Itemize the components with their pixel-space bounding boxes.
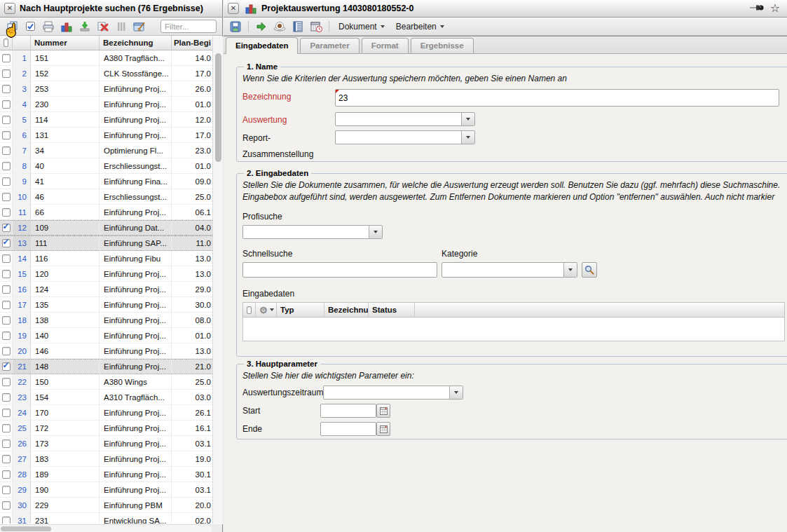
cell-nummer[interactable]: 40 [31,158,100,173]
cell-nummer[interactable]: 229 [31,498,100,512]
cell-plan-beginn[interactable]: 26.0 [172,81,212,96]
cell-bezeichnung[interactable]: A310 Tragfläch... [100,390,172,404]
dropdown-button[interactable] [369,226,382,238]
close-icon[interactable]: ✕ [4,3,15,14]
cell-bezeichnung[interactable]: Einführung Fina... [100,174,172,189]
table-row[interactable]: 734Optimierung Fl...23.0 [0,143,212,158]
row-checkbox[interactable] [2,455,11,463]
row-checkbox-cell[interactable] [0,390,13,404]
table-row[interactable]: 5114Einführung Proj...12.0 [0,112,212,128]
table-row[interactable]: 1046Erschliessungst...25.0 [0,189,212,205]
row-checkbox[interactable] [2,316,11,325]
profisuche-dropdown[interactable] [242,225,383,239]
cell-nummer[interactable]: 116 [31,251,100,266]
cell-nummer[interactable]: 154 [31,390,100,404]
tab-parameter[interactable]: Parameter [300,38,359,53]
cell-plan-beginn[interactable]: 09.0 [172,174,212,189]
row-checkbox-cell[interactable] [0,436,13,451]
row-checkbox-cell[interactable] [0,297,13,312]
row-checkbox[interactable] [2,486,11,494]
row-checkbox-cell[interactable] [0,498,13,512]
row-checkbox[interactable] [2,85,11,93]
cell-bezeichnung[interactable]: Einführung Proj... [100,313,172,327]
cell-nummer[interactable]: 114 [31,112,100,127]
table-row[interactable]: 25172Einführung Proj...16.1 [0,421,212,436]
cell-bezeichnung[interactable]: Einführung Dat... [100,221,172,235]
delete-results-icon[interactable] [95,20,111,34]
cell-nummer[interactable]: 190 [31,482,100,497]
row-checkbox[interactable] [2,270,11,278]
cell-bezeichnung[interactable]: Einführung Proj... [100,451,172,466]
row-checkbox[interactable] [2,177,11,186]
table-row[interactable]: 15120Einführung Proj...13.0 [0,266,212,282]
cell-nummer[interactable]: 146 [31,343,100,358]
row-checkbox[interactable] [2,162,11,170]
row-checkbox[interactable] [2,470,11,479]
cell-plan-beginn[interactable]: 12.0 [172,112,212,127]
ende-calendar-button[interactable] [376,422,390,436]
row-checkbox-cell[interactable] [0,482,13,497]
cell-plan-beginn[interactable]: 19.0 [172,451,212,466]
row-checkbox[interactable] [2,208,11,217]
cell-plan-beginn[interactable]: 17.0 [172,66,212,81]
dropdown-button[interactable] [461,113,474,125]
cell-nummer[interactable]: 124 [31,282,100,296]
dropdown-button[interactable] [461,131,474,144]
row-checkbox[interactable] [2,100,11,109]
row-checkbox-cell[interactable] [0,374,13,389]
row-checkbox-cell[interactable] [0,313,13,327]
cell-bezeichnung[interactable]: Einführung Proj... [100,205,172,219]
cell-bezeichnung[interactable]: Einführung Proj... [100,128,172,142]
row-checkbox-cell[interactable] [0,205,13,219]
cell-bezeichnung[interactable]: Einführung Proj... [100,112,172,127]
table-row[interactable]: 17135Einführung Proj...30.0 [0,297,212,313]
cell-plan-beginn[interactable]: 03.1 [172,436,212,451]
row-checkbox-cell[interactable] [0,360,13,374]
cell-bezeichnung[interactable]: Einführung Proj... [100,97,172,111]
cell-bezeichnung[interactable]: Einführung Proj... [100,467,172,482]
row-checkbox[interactable] [2,254,11,263]
cell-bezeichnung[interactable]: Einführung Proj... [100,405,172,420]
chart-icon[interactable] [59,20,74,34]
cell-nummer[interactable]: 183 [31,451,100,466]
auswertungszeitraum-dropdown[interactable] [323,386,463,400]
row-checkbox-cell[interactable] [0,236,13,250]
cell-plan-beginn[interactable]: 03.0 [172,390,212,404]
cell-plan-beginn[interactable]: 01.0 [172,158,212,173]
cell-plan-beginn[interactable]: 29.0 [172,282,212,296]
row-checkbox-cell[interactable] [0,251,13,266]
star-icon[interactable]: ☆ [770,4,780,13]
cell-nummer[interactable]: 109 [31,221,100,235]
pin-icon[interactable] [749,4,765,14]
row-checkbox[interactable] [2,501,11,510]
cell-plan-beginn[interactable]: 13.0 [172,343,212,358]
cell-nummer[interactable]: 231 [31,513,100,524]
cell-nummer[interactable]: 120 [31,266,100,281]
cell-bezeichnung[interactable]: Einführung Proj... [100,81,172,96]
cell-plan-beginn[interactable]: 08.0 [172,313,212,327]
print-icon[interactable] [41,20,56,34]
row-checkbox[interactable] [2,116,11,124]
bezeichnung-input[interactable] [335,89,779,107]
tab-eingabedaten[interactable]: Eingabedaten [226,37,298,54]
cell-bezeichnung[interactable]: Entwicklung SA... [100,513,172,524]
horizontal-scrollbar-thumb[interactable] [1,526,51,531]
cell-plan-beginn[interactable]: 11.0 [172,236,212,250]
schnellsuche-input[interactable] [242,262,437,278]
tab-ergebnisse[interactable]: Ergebnisse [411,38,474,53]
cell-bezeichnung[interactable]: Einführung Proj... [100,436,172,451]
cell-plan-beginn[interactable]: 25.0 [172,189,212,204]
start-calendar-button[interactable] [376,404,390,418]
menu-bearbeiten[interactable]: Bearbeiten [390,22,450,32]
row-checkbox[interactable] [2,131,11,139]
row-checkbox-cell[interactable] [0,343,13,358]
cell-bezeichnung[interactable]: A380 Wings [100,374,172,389]
cell-bezeichnung[interactable]: Einführung Proj... [100,266,172,281]
row-checkbox[interactable] [2,439,11,448]
background-job-icon[interactable] [272,20,287,34]
cell-bezeichnung[interactable]: Einführung Proj... [100,421,172,435]
table-row[interactable]: 13111Einführung SAP...11.0 [0,236,212,251]
row-checkbox[interactable] [2,393,11,402]
dropdown-button[interactable] [449,386,463,399]
start-date-input[interactable] [320,404,376,418]
